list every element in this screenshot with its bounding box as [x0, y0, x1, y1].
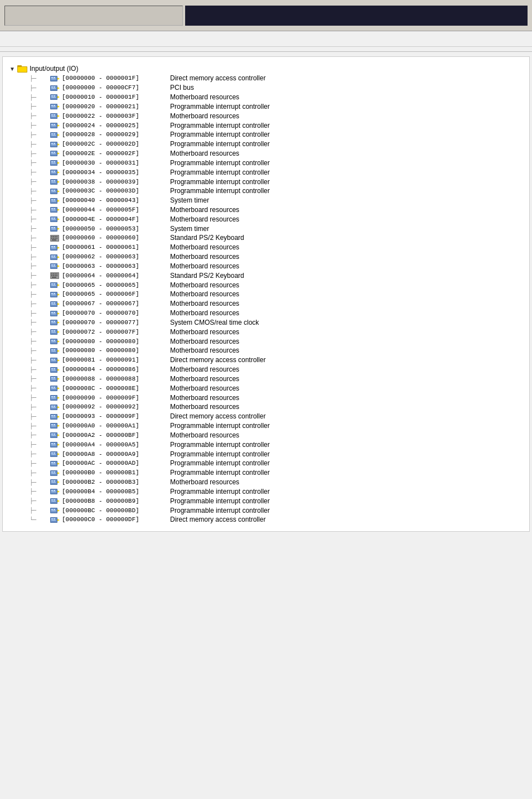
device-icon: [50, 140, 60, 148]
connector-lines: ├─: [16, 376, 50, 382]
tree-item[interactable]: ├─ [00000088 - 00000088]Motherboard reso…: [5, 374, 527, 384]
device-icon: [50, 187, 60, 195]
svg-rect-86: [51, 201, 56, 201]
tree-item[interactable]: ├─ [000000B2 - 000000B3]Motherboard reso…: [5, 478, 527, 487]
svg-rect-20: [51, 97, 56, 98]
connector-lines: ├─: [16, 423, 50, 429]
tree-root-item[interactable]: ▼ Input/output (IO): [5, 64, 527, 74]
svg-rect-196: [51, 359, 53, 360]
connector-lines: ├─: [16, 319, 50, 325]
tree-item[interactable]: ├─ [000000A4 - 000000A5]Programmable int…: [5, 440, 527, 449]
tree-item[interactable]: ├─ [0000008C - 0000008E]Motherboard reso…: [5, 383, 527, 393]
svg-rect-244: [51, 434, 53, 435]
device-icon: [50, 74, 60, 83]
tree-item[interactable]: ├─ [000000A8 - 000000A9]Programmable int…: [5, 449, 527, 459]
tree-item[interactable]: ├─ [000000A0 - 000000A1]Programmable int…: [5, 421, 527, 431]
connector-lines: ├─: [16, 301, 50, 307]
tree-item[interactable]: ├─ [00000072 - 0000007F]Motherboard reso…: [5, 327, 527, 336]
tree-item[interactable]: ├─ [00000044 - 0000005F]Motherboard reso…: [5, 205, 527, 215]
tree-item[interactable]: ├─ [0000003C - 0000003D]Programmable int…: [5, 186, 527, 196]
device-name: Programmable interrupt controller: [170, 450, 270, 458]
tree-children: ├─ [00000000 - 0000001F]Direct memory ac…: [5, 74, 527, 524]
tree-item[interactable]: ├─ [00000080 - 00000080]Motherboard reso…: [5, 346, 527, 355]
tree-item[interactable]: ├─ [00000022 - 0000003F]Motherboard reso…: [5, 111, 527, 121]
address-range: [00000062 - 00000063]: [62, 253, 168, 260]
tree-item[interactable]: ├─ [00000081 - 00000091]Direct memory ac…: [5, 355, 527, 365]
tree-item[interactable]: ├─ [000000AC - 000000AD]Programmable int…: [5, 459, 527, 468]
tree-item[interactable]: ├─ [00000038 - 00000039]Programmable int…: [5, 177, 527, 186]
tree-item[interactable]: ├─ [000000B8 - 000000B9]Programmable int…: [5, 496, 527, 506]
tree-item[interactable]: ├─ [00000080 - 00000080]Motherboard reso…: [5, 336, 527, 346]
tree-item[interactable]: ├─ [00000000 - 0000001F]Direct memory ac…: [5, 74, 527, 83]
tree-item[interactable]: ├─ [0000002C - 0000002D]Programmable int…: [5, 139, 527, 149]
svg-rect-162: [51, 304, 56, 305]
tree-item[interactable]: ├─ [00000061 - 00000061]Motherboard reso…: [5, 243, 527, 252]
svg-rect-131: [51, 264, 53, 266]
tree-item[interactable]: ├─ [00000067 - 00000067]Motherboard reso…: [5, 299, 527, 309]
svg-rect-282: [51, 492, 56, 492]
svg-rect-294: [51, 511, 56, 511]
svg-rect-7: [54, 77, 55, 78]
svg-marker-65: [57, 171, 60, 174]
tree-item[interactable]: ├─ [00000034 - 00000035]Programmable int…: [5, 167, 527, 177]
tree-item[interactable]: ├─ [00000070 - 00000070]Motherboard reso…: [5, 309, 527, 318]
device-icon: [50, 516, 60, 524]
svg-marker-225: [57, 406, 60, 408]
svg-marker-17: [57, 96, 60, 98]
tree-item[interactable]: ├─ [00000065 - 0000006F]Motherboard reso…: [5, 290, 527, 299]
tree-item[interactable]: ├─ [000000A2 - 000000BF]Motherboard reso…: [5, 430, 527, 440]
connector-lines: ├─: [16, 179, 50, 185]
svg-rect-263: [54, 462, 55, 463]
tree-item[interactable]: ├─ [00000065 - 00000065]Motherboard reso…: [5, 280, 527, 290]
device-name: Programmable interrupt controller: [170, 497, 270, 505]
tree-item[interactable]: ├─ [00000024 - 00000025]Programmable int…: [5, 121, 527, 130]
device-name: Motherboard resources: [170, 150, 239, 157]
svg-rect-167: [54, 312, 55, 313]
tree-item[interactable]: ├─ [00000000 - 00000CF7]PCI bus: [5, 83, 527, 93]
tree-item[interactable]: ├─ [00000064 - 00000064]Standard PS/2 Ke…: [5, 271, 527, 280]
device-name: Motherboard resources: [170, 365, 239, 373]
tree-item[interactable]: ├─ [00000090 - 0000009F]Motherboard reso…: [5, 393, 527, 402]
tree-item[interactable]: └─ [000000C0 - 000000DF]Direct memory ac…: [5, 515, 527, 524]
device-name: Programmable interrupt controller: [170, 103, 270, 110]
tree-item[interactable]: ├─ [000000B0 - 000000B1]Programmable int…: [5, 468, 527, 478]
svg-rect-161: [54, 302, 55, 304]
tree-item[interactable]: ├─ [00000070 - 00000077]System CMOS/real…: [5, 318, 527, 328]
tree-item[interactable]: ├─ [0000004E - 0000004F]Motherboard reso…: [5, 214, 527, 224]
svg-marker-35: [57, 124, 60, 127]
svg-rect-155: [54, 293, 55, 294]
svg-rect-44: [51, 135, 56, 136]
connector-lines: ├─: [16, 225, 50, 232]
tree-item[interactable]: ├─ [00000084 - 00000086]Motherboard reso…: [5, 365, 527, 374]
tree-item[interactable]: ├─ [0000002E - 0000002F]Motherboard reso…: [5, 149, 527, 158]
tree-item[interactable]: ├─ [000000B4 - 000000B5]Programmable int…: [5, 487, 527, 496]
tree-item[interactable]: ├─ [00000050 - 00000053]System timer: [5, 224, 527, 233]
svg-rect-150: [51, 285, 56, 286]
connector-lines: ├─: [16, 488, 50, 494]
tree-item[interactable]: ├─ [00000092 - 00000092]Motherboard reso…: [5, 402, 527, 412]
svg-marker-285: [57, 500, 60, 502]
tree-item[interactable]: ├─ [00000028 - 00000029]Programmable int…: [5, 130, 527, 139]
tree-item[interactable]: ├─ [00000030 - 00000031]Programmable int…: [5, 158, 527, 167]
device-icon: [50, 487, 60, 495]
connector-lines: ├─: [16, 451, 50, 457]
svg-marker-118: [57, 247, 60, 249]
address-range: [000000C0 - 000000DF]: [62, 516, 168, 523]
connector-lines: ├─: [16, 113, 50, 119]
device-name: Programmable interrupt controller: [170, 441, 270, 449]
tree-item[interactable]: ├─ [00000062 - 00000063]Motherboard reso…: [5, 252, 527, 262]
tree-item[interactable]: ├─ [00000093 - 0000009F]Direct memory ac…: [5, 412, 527, 421]
tree-item[interactable]: ├─ [00000060 - 00000060]Standard PS/2 Ke…: [5, 233, 527, 243]
address-range: [00000020 - 00000021]: [62, 103, 168, 110]
svg-marker-267: [57, 472, 60, 474]
tree-item[interactable]: ├─ [000000BC - 000000BD]Programmable int…: [5, 506, 527, 515]
tree-item[interactable]: ├─ [00000020 - 00000021]Programmable int…: [5, 102, 527, 111]
toolbar: [0, 0, 532, 31]
svg-rect-239: [54, 424, 55, 425]
device-icon: [50, 290, 60, 299]
tree-item[interactable]: ├─ [00000063 - 00000063]Motherboard reso…: [5, 262, 527, 271]
svg-marker-165: [57, 312, 60, 315]
tree-item[interactable]: ├─ [00000010 - 0000001F]Motherboard reso…: [5, 93, 527, 102]
tree-item[interactable]: ├─ [00000040 - 00000043]System timer: [5, 196, 527, 205]
svg-rect-92: [51, 210, 56, 210]
